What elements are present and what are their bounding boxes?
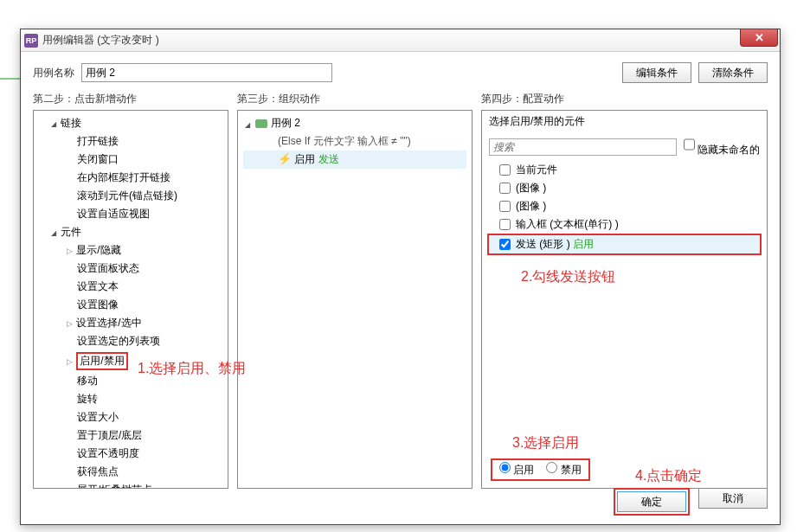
action-tree-panel[interactable]: 链接 打开链接 关闭窗口 在内部框架打开链接 滚动到元件(锚点链接) 设置自适应… xyxy=(33,110,228,489)
dialog-footer: 确定 取消 xyxy=(614,488,768,516)
edit-condition-button[interactable]: 编辑条件 xyxy=(622,62,691,83)
tree-group-widget[interactable]: 元件 xyxy=(34,223,228,241)
widget-item[interactable]: 输入框 (文本框(单行) ) xyxy=(489,215,760,234)
action-text: 启用 发送 xyxy=(294,153,338,165)
widget-item[interactable]: (图像 ) xyxy=(489,179,760,197)
tree-item-enable-disable[interactable]: 启用/禁用 xyxy=(34,350,228,372)
widget-checkbox[interactable] xyxy=(499,219,511,230)
widget-item[interactable]: (图像 ) xyxy=(489,197,760,215)
widget-checkbox[interactable] xyxy=(499,201,511,212)
close-button[interactable]: ✕ xyxy=(740,29,778,47)
widget-list[interactable]: 当前元件 (图像 ) (图像 ) 输入框 (文本框(单行) ) 发送 (矩形 )… xyxy=(482,161,767,452)
highlight-ok: 确定 xyxy=(614,488,690,516)
dialog-title: 用例编辑器 (文字改变时 ) xyxy=(42,33,159,48)
case-name-input[interactable] xyxy=(81,63,332,82)
search-row: 隐藏未命名的 xyxy=(482,132,767,161)
tree-item[interactable]: 设置大小 xyxy=(34,408,228,426)
hide-unnamed-checkbox[interactable] xyxy=(684,136,695,153)
tree-item[interactable]: 打开链接 xyxy=(34,132,228,151)
tree-item[interactable]: 展开/折叠树节点 xyxy=(34,481,228,489)
chevron-down-icon xyxy=(243,118,252,130)
step3-label: 第四步：配置动作 xyxy=(481,92,768,106)
tree-item[interactable]: 移动 xyxy=(34,372,228,390)
step1-label: 第二步：点击新增动作 xyxy=(33,92,228,106)
highlight-selected-widget: 发送 (矩形 ) 启用 xyxy=(487,234,762,255)
enable-disable-row: 启用 禁用 xyxy=(482,452,767,488)
case-editor-dialog: RP 用例编辑器 (文字改变时 ) ✕ 用例名称 编辑条件 清除条件 第二步：点… xyxy=(20,29,781,525)
ok-button[interactable]: 确定 xyxy=(617,491,686,512)
widget-label: 发送 (矩形 ) 启用 xyxy=(516,237,594,252)
chevron-right-icon xyxy=(65,355,74,367)
tree-item[interactable]: 设置选择/选中 xyxy=(34,314,228,332)
tree-item[interactable]: 设置图像 xyxy=(34,296,228,314)
case-icon xyxy=(255,119,267,128)
tree-item[interactable]: 关闭窗口 xyxy=(34,151,228,169)
condition-row: (Else If 元件文字 输入框 ≠ "") xyxy=(243,132,466,151)
widget-checkbox[interactable] xyxy=(499,164,511,176)
tree-item[interactable]: 设置不透明度 xyxy=(34,445,228,463)
clear-condition-button[interactable]: 清除条件 xyxy=(698,62,768,83)
configure-header: 选择启用/禁用的元件 xyxy=(482,111,767,132)
tree-item[interactable]: 滚动到元件(锚点链接) xyxy=(34,187,228,205)
widget-checkbox[interactable] xyxy=(499,183,511,194)
name-row: 用例名称 编辑条件 清除条件 xyxy=(21,52,780,87)
tree-item[interactable]: 获得焦点 xyxy=(34,463,228,481)
tree-item[interactable]: 置于顶层/底层 xyxy=(34,426,228,445)
widget-item-selected[interactable]: 发送 (矩形 ) 启用 xyxy=(489,235,760,253)
step2-label: 第三步：组织动作 xyxy=(237,92,472,106)
bg-accent xyxy=(0,78,22,80)
tree-item[interactable]: 设置选定的列表项 xyxy=(34,332,228,350)
tree-item[interactable]: 在内部框架打开链接 xyxy=(34,169,228,187)
hide-unnamed-label[interactable]: 隐藏未命名的 xyxy=(684,136,760,157)
chevron-down-icon xyxy=(49,226,58,238)
highlight-enable-disable: 启用/禁用 xyxy=(76,352,127,370)
tree-item[interactable]: 显示/隐藏 xyxy=(34,241,228,260)
panels: 链接 打开链接 关闭窗口 在内部框架打开链接 滚动到元件(锚点链接) 设置自适应… xyxy=(21,110,780,496)
tree-item[interactable]: 旋转 xyxy=(34,390,228,408)
tree-item[interactable]: 设置自适应视图 xyxy=(34,205,228,223)
tree-item[interactable]: 设置文本 xyxy=(34,278,228,296)
organize-panel[interactable]: 用例 2 (Else If 元件文字 输入框 ≠ "") ⚡ 启用 发送 xyxy=(237,110,472,489)
name-label: 用例名称 xyxy=(33,66,74,80)
tree-group-link[interactable]: 链接 xyxy=(34,114,228,132)
action-tree: 链接 打开链接 关闭窗口 在内部框架打开链接 滚动到元件(锚点链接) 设置自适应… xyxy=(34,111,228,488)
chevron-right-icon xyxy=(65,317,74,329)
tree-item[interactable]: 设置面板状态 xyxy=(34,260,228,278)
step-headers: 第二步：点击新增动作 第三步：组织动作 第四步：配置动作 xyxy=(21,87,780,110)
radio-enable[interactable]: 启用 xyxy=(499,462,534,478)
widget-checkbox[interactable] xyxy=(499,239,511,250)
lightning-icon: ⚡ xyxy=(278,152,292,165)
action-row[interactable]: ⚡ 启用 发送 xyxy=(243,151,466,169)
cancel-button[interactable]: 取消 xyxy=(698,488,768,509)
app-icon: RP xyxy=(24,34,38,48)
configure-panel: 选择启用/禁用的元件 隐藏未命名的 当前元件 (图像 ) (图像 ) 输入框 (… xyxy=(481,110,768,489)
highlight-radio: 启用 禁用 xyxy=(491,458,590,481)
widget-search-input[interactable] xyxy=(489,138,677,156)
titlebar: RP 用例编辑器 (文字改变时 ) ✕ xyxy=(21,29,780,52)
chevron-right-icon xyxy=(65,244,74,256)
case-row[interactable]: 用例 2 xyxy=(243,114,466,132)
chevron-down-icon xyxy=(49,117,58,129)
radio-disable[interactable]: 禁用 xyxy=(546,462,581,478)
widget-item[interactable]: 当前元件 xyxy=(489,161,760,179)
case-label: 用例 2 xyxy=(271,116,300,131)
